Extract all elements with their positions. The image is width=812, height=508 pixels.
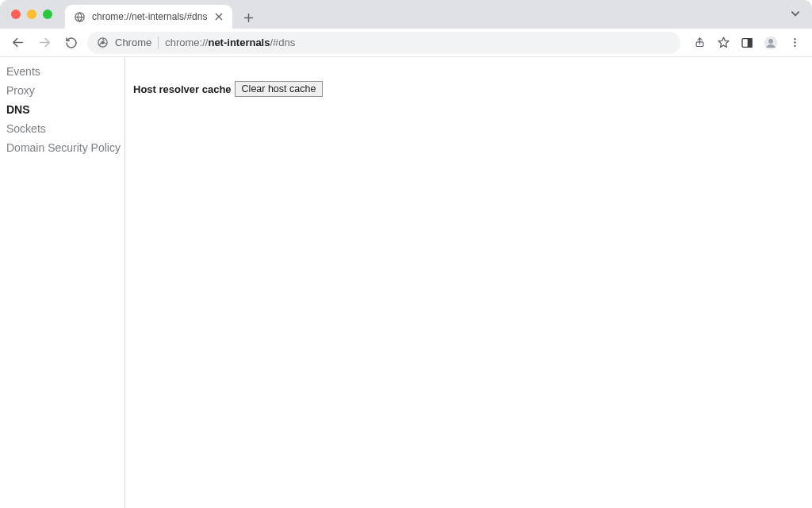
profile-button[interactable] xyxy=(760,32,782,54)
minimize-window-button[interactable] xyxy=(27,10,36,19)
back-button[interactable] xyxy=(6,32,29,54)
close-tab-icon[interactable] xyxy=(213,11,224,22)
globe-icon xyxy=(73,10,86,23)
bookmark-button[interactable] xyxy=(712,32,734,54)
sidebar-item-domain-security-policy[interactable]: Domain Security Policy xyxy=(6,138,118,157)
tab-strip: chrome://net-internals/#dns xyxy=(0,0,812,29)
main-panel: Host resolver cache Clear host cache xyxy=(125,57,812,508)
sidebar-item-events[interactable]: Events xyxy=(6,62,118,81)
svg-point-10 xyxy=(794,45,795,47)
side-panel-button[interactable] xyxy=(736,32,758,54)
omnibox-divider xyxy=(158,37,159,49)
svg-point-9 xyxy=(794,41,795,43)
tab-overflow-button[interactable] xyxy=(790,8,801,19)
svg-point-8 xyxy=(794,38,795,40)
page-content: Events Proxy DNS Sockets Domain Security… xyxy=(0,57,812,508)
menu-button[interactable] xyxy=(783,32,806,54)
share-button[interactable] xyxy=(688,32,710,54)
svg-point-2 xyxy=(101,40,104,44)
clear-host-cache-button[interactable]: Clear host cache xyxy=(235,81,324,97)
sidebar-item-proxy[interactable]: Proxy xyxy=(6,81,118,100)
sidebar-item-dns[interactable]: DNS xyxy=(6,100,118,119)
chrome-scheme-icon xyxy=(97,37,109,48)
window-controls xyxy=(11,10,52,19)
forward-button[interactable] xyxy=(33,32,56,54)
sidebar: Events Proxy DNS Sockets Domain Security… xyxy=(0,57,125,508)
svg-point-7 xyxy=(768,39,773,44)
tab-title: chrome://net-internals/#dns xyxy=(92,11,207,22)
close-window-button[interactable] xyxy=(11,10,21,19)
new-tab-button[interactable] xyxy=(237,6,259,29)
sidebar-item-sockets[interactable]: Sockets xyxy=(6,119,118,138)
url-prefix: chrome:// xyxy=(165,37,208,48)
maximize-window-button[interactable] xyxy=(43,10,52,19)
url-text: chrome://net-internals/#dns xyxy=(165,37,295,48)
url-path: /#dns xyxy=(270,37,295,48)
svg-rect-5 xyxy=(748,38,752,47)
address-bar[interactable]: Chrome chrome://net-internals/#dns xyxy=(87,32,680,54)
scheme-label: Chrome xyxy=(115,37,151,48)
toolbar-right xyxy=(685,32,806,54)
browser-toolbar: Chrome chrome://net-internals/#dns xyxy=(0,29,812,57)
reload-button[interactable] xyxy=(60,32,82,54)
host-resolver-cache-label: Host resolver cache xyxy=(133,83,232,95)
browser-tab[interactable]: chrome://net-internals/#dns xyxy=(65,5,232,29)
url-host: net-internals xyxy=(208,37,270,48)
